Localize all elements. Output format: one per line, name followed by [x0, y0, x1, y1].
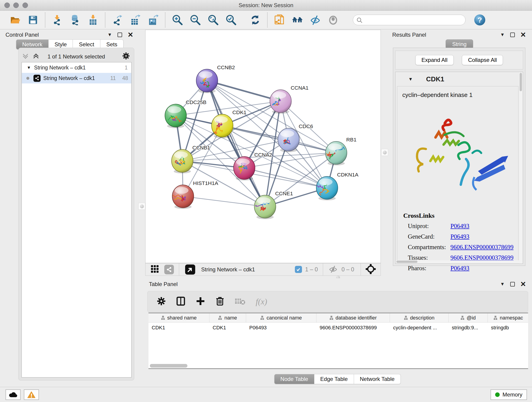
table-body[interactable]: CDK1CDK1P064939606.ENSP00000378699cyclin…	[148, 322, 528, 333]
birdseye-view-icon[interactable]	[185, 264, 195, 274]
crosslink-link[interactable]: 9606.ENSP00000378699	[450, 254, 513, 261]
node-table[interactable]: shared namenamecanonical namedatabase id…	[148, 313, 528, 369]
zoom-fit-icon[interactable]	[207, 14, 219, 26]
graph-node-CCNB2[interactable]	[196, 69, 218, 92]
crosslink-row: GeneCard:P06493	[408, 233, 469, 240]
graph-node-RB1[interactable]	[325, 141, 347, 164]
node-label-CCNE1: CCNE1	[275, 191, 293, 196]
search-field[interactable]	[353, 15, 466, 25]
tree-expand-icon[interactable]: ▼	[27, 65, 31, 70]
zoom-out-icon[interactable]	[189, 14, 201, 26]
network-row[interactable]: String Network – cdk1 11 48	[22, 73, 131, 83]
crosslink-link[interactable]: P06493	[450, 233, 469, 240]
expand-all-button[interactable]: Expand All	[415, 55, 454, 65]
table-cell[interactable]: stringdb	[488, 322, 528, 333]
table-cell[interactable]: cyclin-dependent ...	[390, 322, 449, 333]
tab-edge-table[interactable]: Edge Table	[314, 374, 354, 384]
column-header-namespac[interactable]: namespac	[488, 313, 528, 322]
column-header-name[interactable]: name	[209, 313, 246, 322]
crosslink-link[interactable]: 9606.ENSP00000378699	[450, 244, 513, 250]
panel-menu-icon[interactable]: ▼	[500, 32, 505, 37]
vertical-scrollbar[interactable]	[519, 72, 522, 264]
hide-details-eye-icon[interactable]	[309, 14, 321, 26]
column-header-canonical-name[interactable]: canonical name	[246, 313, 317, 322]
grid-view-icon[interactable]	[151, 265, 159, 274]
home-icon[interactable]	[291, 14, 303, 26]
graph-node-CDC6[interactable]	[278, 128, 299, 151]
table-options-gear-icon[interactable]	[157, 297, 166, 307]
crosslink-row: Pharos:P06493	[408, 265, 469, 272]
export-table-icon[interactable]	[129, 14, 141, 26]
network-status-dot	[26, 77, 29, 80]
network-canvas[interactable]: CCNB2CCNA1CDC25BCDK1CDC6RB1CCNB1CCNA2CDK…	[145, 30, 381, 263]
collapse-all-button[interactable]: Collapse All	[462, 55, 503, 65]
float-panel-icon[interactable]	[510, 282, 515, 287]
toolbar-separator	[267, 12, 268, 27]
horizontal-scrollbar[interactable]	[396, 260, 520, 263]
collapse-gene-icon[interactable]: ▼	[408, 77, 413, 82]
warning-button[interactable]	[24, 389, 39, 400]
refresh-icon[interactable]	[249, 14, 261, 26]
graph-node-HIST1H1A[interactable]	[172, 185, 194, 208]
right-splitter-handle[interactable]	[381, 149, 388, 156]
hidden-eye-icon[interactable]	[328, 265, 338, 274]
open-session-icon[interactable]	[9, 14, 21, 26]
graph-node-CCNA1[interactable]	[270, 89, 291, 113]
save-session-icon[interactable]	[27, 14, 39, 26]
crosslink-link[interactable]: P06493	[450, 223, 469, 230]
import-network-file-icon[interactable]	[51, 14, 63, 26]
table-cell[interactable]: CDK1	[148, 322, 209, 333]
tab-network-table[interactable]: Network Table	[354, 374, 401, 384]
column-header-shared-name[interactable]: shared name	[148, 313, 209, 322]
panel-menu-icon[interactable]: ▼	[500, 281, 505, 287]
table-cell[interactable]: P06493	[246, 322, 317, 333]
column-type-icon	[329, 316, 333, 320]
graph-node-CDKN1A[interactable]	[317, 177, 338, 199]
graph-node-CDC25B[interactable]	[165, 104, 186, 127]
graph-node-CDK1[interactable]	[211, 114, 233, 137]
selected-nodes-checkbox[interactable]	[295, 266, 302, 273]
svg-text:?: ?	[477, 16, 482, 24]
left-splitter-handle[interactable]	[138, 203, 145, 210]
table-header-row[interactable]: shared namenamecanonical namedatabase id…	[148, 313, 528, 322]
tab-node-table[interactable]: Node Table	[274, 374, 314, 384]
help-icon[interactable]: ?	[474, 14, 486, 26]
panel-menu-icon[interactable]: ▼	[108, 32, 112, 37]
network-collection-row[interactable]: ▼ String Network – cdk1 1	[22, 62, 131, 73]
import-table-file-icon[interactable]	[87, 14, 99, 26]
graph-node-CCNA2[interactable]	[234, 157, 255, 179]
delete-column-icon[interactable]	[215, 296, 225, 307]
table-cell[interactable]: CDK1	[209, 322, 246, 333]
column-header-description[interactable]: description	[390, 313, 449, 322]
close-panel-icon[interactable]: ✕	[520, 32, 526, 37]
zoom-in-icon[interactable]	[171, 14, 183, 26]
float-panel-icon[interactable]	[510, 32, 515, 37]
table-cell[interactable]: 9606.ENSP00000378699	[317, 322, 390, 333]
crosslink-link[interactable]: P06493	[450, 265, 469, 272]
float-panel-icon[interactable]	[118, 32, 122, 37]
export-network-icon[interactable]	[111, 14, 123, 26]
column-header-database-identifier[interactable]: database identifier	[317, 313, 390, 322]
column-header-@id[interactable]: @id	[449, 313, 488, 322]
memory-button[interactable]: Memory	[491, 389, 527, 400]
network-options-gear-icon[interactable]	[122, 52, 130, 61]
add-column-icon[interactable]	[196, 296, 205, 307]
close-panel-icon[interactable]: ✕	[128, 32, 133, 37]
crosshair-icon[interactable]	[365, 264, 376, 275]
network-graph[interactable]: CCNB2CCNA1CDC25BCDK1CDC6RB1CCNB1CCNA2CDK…	[146, 30, 380, 263]
close-panel-icon[interactable]: ✕	[520, 282, 526, 287]
share-document-icon[interactable]	[273, 14, 285, 26]
network-view-toolbar: String Network – cdk1 1 – 0 0 – 0	[145, 263, 381, 276]
gene-header[interactable]: ▼ CDK1	[395, 72, 523, 86]
table-cell[interactable]: stringdb:9...	[449, 322, 488, 333]
zoom-selected-icon[interactable]	[225, 14, 237, 26]
show-columns-icon[interactable]	[176, 296, 186, 307]
search-input[interactable]	[353, 15, 466, 25]
export-image-icon[interactable]	[147, 14, 159, 26]
table-row[interactable]: CDK1CDK1P064939606.ENSP00000378699cyclin…	[148, 322, 528, 333]
import-network-database-icon[interactable]	[69, 14, 81, 26]
graph-node-CCNE1[interactable]	[254, 195, 276, 218]
graph-node-CCNB1[interactable]	[172, 149, 193, 172]
cloud-button[interactable]	[6, 389, 21, 400]
network-share-view-icon[interactable]	[164, 265, 174, 274]
